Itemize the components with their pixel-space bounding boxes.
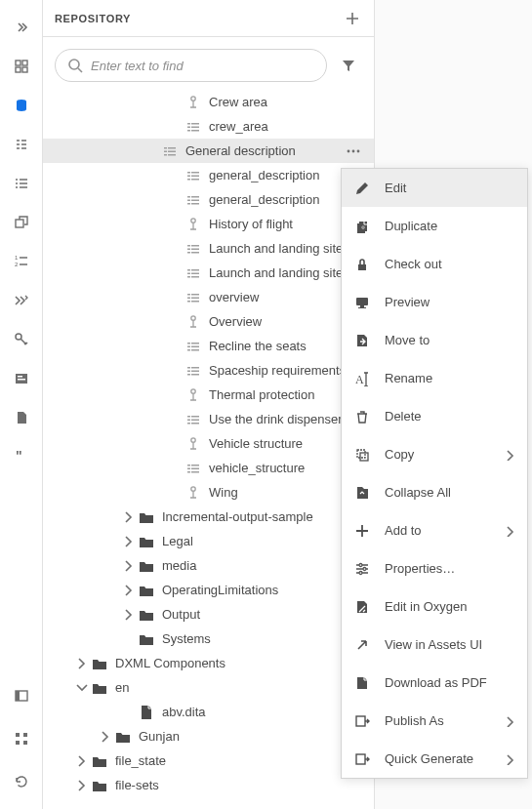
context-menu-item[interactable]: Publish As [342,702,527,740]
filter-button[interactable] [335,52,362,79]
topic-icon [184,461,203,476]
rail-repository-button[interactable] [0,86,43,125]
rail-quote-button[interactable] [0,437,43,476]
context-menu-label: Edit [385,181,515,195]
chevron-right-icon[interactable] [74,656,90,671]
tree-node[interactable]: en [43,675,374,700]
context-menu-item[interactable]: Download as PDF [342,664,527,702]
tree-node[interactable]: DXML Components [43,651,374,675]
tree-node[interactable]: file-sets [43,773,374,797]
context-menu-item[interactable]: Edit in Oxygen [342,587,527,626]
search-input[interactable] [91,59,314,73]
folder-icon [137,584,156,597]
rail-apps-button[interactable] [0,719,43,758]
tag-icon [184,217,203,232]
tree-node[interactable]: vehicle_structure [43,456,374,480]
topic-icon [184,265,203,281]
tree-node[interactable]: Incremental-output-sample [43,505,374,529]
chevron-right-icon[interactable] [121,583,137,598]
tree-node[interactable]: Output [43,602,374,627]
context-menu-label: Delete [385,409,515,424]
context-menu-item[interactable]: Check out [342,245,527,283]
rail-numbered-button[interactable] [0,242,43,281]
context-menu-item[interactable]: Edit [342,169,527,207]
context-menu-item[interactable]: Add to [342,511,527,549]
tree-node[interactable]: Launch and landing site [43,261,374,285]
tree-node[interactable]: General description [43,139,374,163]
rail-reuse-button[interactable] [0,203,43,242]
chevron-right-icon[interactable] [121,534,137,549]
tree-node[interactable]: Legal [43,529,374,553]
rename-icon [353,370,371,387]
context-menu-item[interactable]: View in Assets UI [342,626,527,664]
context-menu-label: Preview [385,295,515,309]
topic-icon [184,119,203,135]
tree-node[interactable]: Vehicle structure [43,431,374,456]
rail-outline-button[interactable] [0,125,43,164]
panel-header: REPOSITORY [43,0,374,37]
tree-node[interactable]: Gunjan [43,724,374,748]
topic-icon [184,363,203,379]
rail-grid-button[interactable] [0,47,43,86]
tree-node[interactable]: crew_area [43,114,374,139]
expand-rail-button[interactable] [0,8,43,47]
tree-node[interactable]: OperatingLimitations [43,578,374,602]
rail-panel-button[interactable] [0,676,43,715]
context-menu-item[interactable]: Quick Generate [342,740,527,778]
rail-list-button[interactable] [0,164,43,203]
chevron-right-icon[interactable] [121,509,137,525]
delete-icon [353,408,371,425]
tree-node[interactable]: Systems [43,627,374,651]
context-menu-item[interactable]: Delete [342,397,527,435]
tree-node[interactable]: Crew area [43,90,374,114]
tree-node[interactable]: Thermal protection [43,383,374,407]
tree-node[interactable]: Spaceship requirements [43,358,374,383]
context-menu-item[interactable]: Properties… [342,549,527,587]
tree-node[interactable]: Wing [43,480,374,505]
context-menu-label: Rename [385,371,515,385]
panel-title: REPOSITORY [55,13,131,24]
tree-node[interactable]: file_state [43,748,374,773]
folder-icon [90,754,109,768]
tree-node[interactable]: overview [43,285,374,309]
tree-node-label: Legal [162,534,364,548]
search-row [43,37,374,88]
more-options-button[interactable] [343,141,364,162]
rail-validate-button[interactable] [0,281,43,320]
search-icon [67,58,83,73]
tree-node-label: file-sets [115,778,364,792]
tree-node[interactable]: general_description [43,163,374,187]
tree-node[interactable]: general_description [43,187,374,212]
rail-refresh-button[interactable] [0,762,43,801]
rail-doc-button[interactable] [0,398,43,437]
context-menu-item[interactable]: Move to [342,321,527,359]
chevron-right-icon[interactable] [74,753,90,769]
tree-node[interactable]: History of flight [43,212,374,236]
chevron-right-icon[interactable] [121,607,137,623]
context-menu-item[interactable]: Rename [342,359,527,397]
tree-node[interactable]: Overview [43,309,374,334]
tree-node[interactable]: Recline the seats [43,334,374,358]
tree-node[interactable]: Use the drink dispenser [43,407,374,431]
chevron-down-icon[interactable] [74,680,90,696]
context-menu-item[interactable]: Collapse All [342,473,527,511]
rail-card-button[interactable] [0,359,43,398]
tree-node[interactable]: media [43,553,374,578]
topic-icon [160,143,180,159]
search-box[interactable] [55,49,327,82]
tree-node-label: Output [162,607,364,622]
tree-node[interactable]: Launch and landing site [43,236,374,261]
tree-node[interactable]: abv.dita [43,700,374,724]
tree-node-label: crew_area [209,119,364,134]
add-button[interactable] [343,9,362,28]
preview-icon [353,294,371,311]
chevron-right-icon[interactable] [98,729,113,745]
context-menu-item[interactable]: Preview [342,283,527,321]
context-menu-label: Properties… [385,561,515,576]
chevron-right-icon[interactable] [121,558,137,574]
topic-icon [184,412,203,427]
chevron-right-icon[interactable] [74,778,90,793]
context-menu-item[interactable]: Copy [342,435,527,473]
rail-keys-button[interactable] [0,320,43,359]
context-menu-item[interactable]: Duplicate [342,207,527,245]
